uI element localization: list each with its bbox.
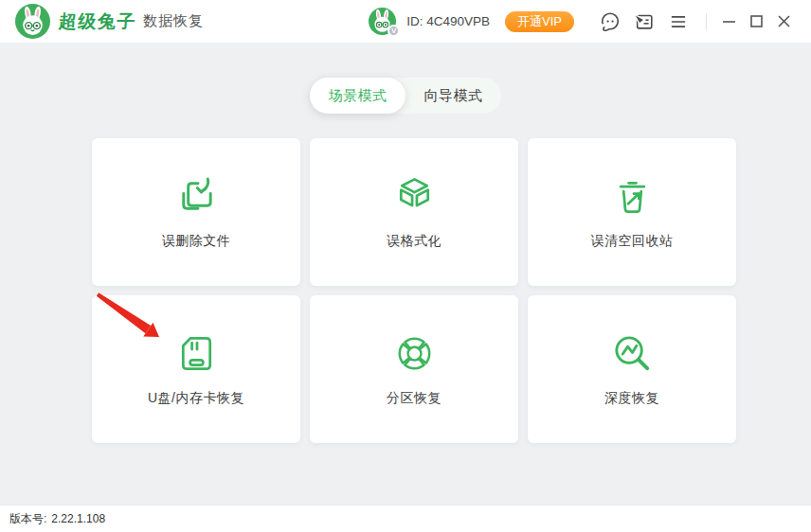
- recycle-bin-arrow-icon: [610, 174, 655, 219]
- close-button[interactable]: [777, 14, 791, 28]
- maximize-button[interactable]: [749, 14, 764, 28]
- card-label: 误删除文件: [162, 233, 231, 250]
- header-icons: [593, 11, 695, 32]
- tab-wizard-mode[interactable]: 向导模式: [406, 78, 501, 114]
- card-deep-recovery[interactable]: 深度恢复: [528, 295, 736, 443]
- divider: [706, 13, 707, 30]
- tab-scene-mode[interactable]: 场景模式: [310, 78, 406, 114]
- app-logo-rabbit-icon: [15, 4, 50, 39]
- customer-service-icon[interactable]: [600, 11, 621, 32]
- recovery-cards-grid: 误删除文件 误格式化 误清空回收站: [92, 138, 736, 443]
- restore-file-icon: [174, 174, 219, 219]
- app-window: 超级兔子 数据恢复: [0, 0, 811, 532]
- main-area: 场景模式 向导模式 误删除文件 误格式化: [0, 43, 811, 505]
- card-recycle-bin[interactable]: 误清空回收站: [528, 138, 736, 286]
- card-partition[interactable]: 分区恢复: [310, 295, 518, 443]
- account-area[interactable]: V ID: 4C490VPB: [369, 8, 505, 35]
- minimize-button[interactable]: [722, 14, 736, 28]
- card-label: 误格式化: [387, 233, 442, 250]
- format-cube-icon: [392, 174, 437, 219]
- deep-scan-magnifier-icon: [610, 331, 655, 376]
- open-vip-button[interactable]: 开通VIP: [505, 11, 574, 32]
- card-formatted[interactable]: 误格式化: [310, 138, 518, 286]
- brand: 超级兔子 数据恢复: [15, 4, 204, 39]
- status-bar: 版本号: 2.22.1.108: [0, 505, 811, 532]
- menu-icon[interactable]: [668, 11, 689, 32]
- partition-icon: [392, 331, 437, 376]
- vip-level-badge: V: [387, 25, 400, 37]
- card-label: 误清空回收站: [591, 233, 674, 250]
- app-subtitle: 数据恢复: [143, 12, 204, 30]
- card-label: U盘/内存卡恢复: [148, 390, 244, 407]
- feedback-form-icon[interactable]: [634, 11, 655, 32]
- version-label: 版本号:: [9, 511, 46, 527]
- sd-card-icon: [174, 331, 219, 376]
- card-label: 分区恢复: [387, 390, 442, 407]
- header-right: V ID: 4C490VPB 开通VIP: [369, 8, 798, 35]
- card-deleted-files[interactable]: 误删除文件: [92, 138, 300, 286]
- app-name: 超级兔子: [58, 9, 137, 34]
- version-number: 2.22.1.108: [51, 512, 105, 525]
- user-id-text: ID: 4C490VPB: [406, 14, 490, 28]
- card-usb-memory-card[interactable]: U盘/内存卡恢复: [92, 295, 300, 443]
- mode-tabs: 场景模式 向导模式: [310, 78, 501, 114]
- card-label: 深度恢复: [604, 390, 659, 407]
- title-bar: 超级兔子 数据恢复: [0, 0, 811, 43]
- user-avatar[interactable]: V: [369, 8, 396, 35]
